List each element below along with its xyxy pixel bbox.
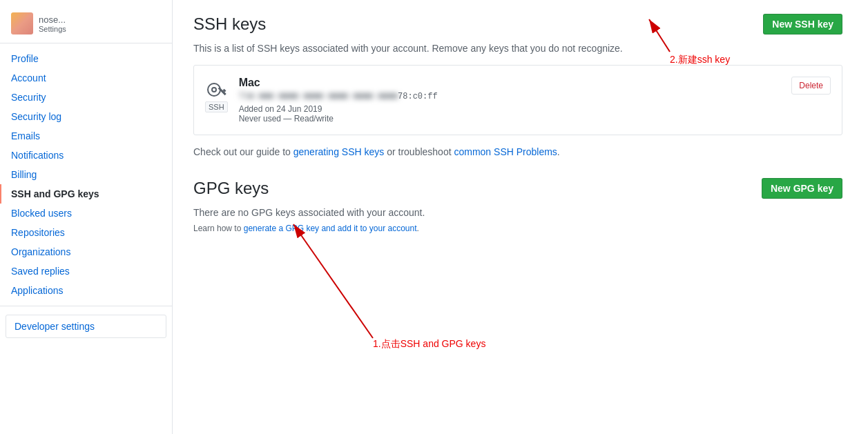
annotation-step1: 1.点击SSH and GPG keys [373, 338, 485, 351]
sidebar-link-security-log[interactable]: Security log [0, 107, 172, 126]
key-fingerprint: Th■ ■■■ ■■■■ ■■■■ ■■■■ ■■■■ ■■■■78:c0:ff [239, 92, 781, 101]
sidebar-link-security[interactable]: Security [0, 88, 172, 107]
sidebar-item-organizations[interactable]: Organizations [0, 242, 172, 262]
helper-middle: or troubleshoot [384, 146, 454, 157]
sidebar-item-security-log[interactable]: Security log [0, 107, 172, 126]
ssh-section-description: This is a list of SSH keys associated wi… [193, 43, 842, 54]
sidebar-item-ssh-gpg-keys[interactable]: SSH and GPG keys [0, 184, 172, 204]
key-fingerprint-blurred: Th■ ■■■ ■■■■ ■■■■ ■■■■ ■■■■ ■■■■ [239, 92, 398, 101]
sidebar-header: nose... Settings [0, 7, 172, 43]
developer-settings-link[interactable]: Developer settings [6, 315, 166, 337]
sidebar-item-emails[interactable]: Emails [0, 126, 172, 146]
sidebar-link-organizations[interactable]: Organizations [0, 242, 172, 262]
sidebar-link-repositories[interactable]: Repositories [0, 223, 172, 242]
sidebar-settings-label: Settings [39, 25, 66, 33]
sidebar-link-emails[interactable]: Emails [0, 126, 172, 146]
sidebar-item-blocked-users[interactable]: Blocked users [0, 204, 172, 223]
sidebar-link-notifications[interactable]: Notifications [0, 146, 172, 165]
common-ssh-problems-link[interactable]: common SSH Problems [454, 146, 557, 157]
key-icon [205, 77, 227, 99]
sidebar-divider [0, 306, 172, 306]
sidebar-nav: Profile Account Security Security log Em… [0, 49, 172, 300]
key-fingerprint-partial: 78:c0:ff [398, 92, 438, 101]
ssh-section-header-row: SSH keys New SSH key [193, 14, 842, 34]
sidebar-item-repositories[interactable]: Repositories [0, 223, 172, 242]
key-icon-box: SSH [205, 77, 228, 112]
gpg-description: There are no GPG keys associated with yo… [193, 207, 842, 218]
sidebar-item-notifications[interactable]: Notifications [0, 146, 172, 165]
key-actions: Delete [791, 77, 831, 95]
sidebar-link-ssh-gpg-keys[interactable]: SSH and GPG keys [0, 184, 172, 204]
avatar [11, 12, 33, 34]
helper-prefix: Check out our guide to [193, 146, 293, 157]
sidebar-link-blocked-users[interactable]: Blocked users [0, 204, 172, 223]
ssh-helper-text: Check out our guide to generating SSH ke… [193, 146, 842, 157]
sidebar-item-saved-replies[interactable]: Saved replies [0, 262, 172, 281]
sidebar: nose... Settings Profile Account Securit… [0, 0, 173, 434]
key-usage: Never used — Read/write [239, 114, 781, 124]
ssh-section-title: SSH keys [193, 14, 266, 34]
sidebar-item-security[interactable]: Security [0, 88, 172, 107]
sidebar-link-applications[interactable]: Applications [0, 281, 172, 300]
new-ssh-key-button[interactable]: New SSH key [763, 14, 842, 34]
key-name: Mac [239, 77, 781, 89]
sidebar-link-saved-replies[interactable]: Saved replies [0, 262, 172, 281]
main-content: SSH keys New SSH key This is a list of S… [173, 0, 863, 434]
developer-settings-box[interactable]: Developer settings [6, 315, 166, 338]
sidebar-link-billing[interactable]: Billing [0, 165, 172, 184]
svg-line-1 [293, 224, 373, 338]
helper-suffix: . [557, 146, 560, 157]
key-added: Added on 24 Jun 2019 [239, 104, 781, 114]
sidebar-link-profile[interactable]: Profile [0, 49, 172, 68]
sidebar-item-billing[interactable]: Billing [0, 165, 172, 184]
gpg-section-header-row: GPG keys New GPG key [193, 178, 842, 199]
sidebar-link-account[interactable]: Account [0, 68, 172, 88]
gpg-learn-link[interactable]: generate a GPG key and add it to your ac… [244, 224, 417, 233]
sidebar-item-profile[interactable]: Profile [0, 49, 172, 68]
sidebar-username: nose... [39, 14, 66, 25]
gpg-section-title: GPG keys [193, 179, 269, 198]
sidebar-item-account[interactable]: Account [0, 68, 172, 88]
key-type-label: SSH [205, 101, 228, 112]
gpg-learn-suffix: . [417, 224, 419, 233]
gpg-learn-text: Learn how to generate a GPG key and add … [193, 224, 842, 233]
new-gpg-key-button[interactable]: New GPG key [762, 178, 842, 199]
generating-ssh-keys-link[interactable]: generating SSH keys [293, 146, 385, 157]
delete-ssh-key-button[interactable]: Delete [791, 77, 831, 95]
ssh-key-card: SSH Mac Th■ ■■■ ■■■■ ■■■■ ■■■■ ■■■■ ■■■■… [193, 65, 842, 135]
gpg-learn-prefix: Learn how to [193, 224, 244, 233]
key-info: Mac Th■ ■■■ ■■■■ ■■■■ ■■■■ ■■■■ ■■■■78:c… [239, 77, 781, 124]
sidebar-item-applications[interactable]: Applications [0, 281, 172, 300]
